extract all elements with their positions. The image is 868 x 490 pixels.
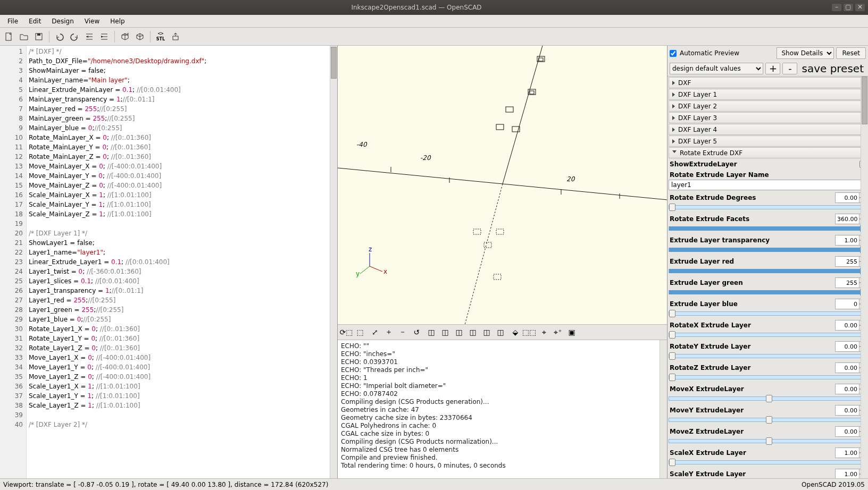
indent-icon[interactable] — [97, 30, 111, 44]
undo-icon[interactable] — [53, 30, 66, 44]
view-right-icon[interactable]: ◫ — [425, 326, 438, 339]
menu-design[interactable]: Design — [46, 16, 79, 26]
red-slider[interactable] — [669, 269, 867, 273]
extrude-green-input[interactable] — [835, 277, 859, 288]
status-left: Viewport: translate = [ -0.87 -0.05 0.19… — [3, 481, 328, 488]
render-small-icon[interactable]: ⬚ — [354, 326, 366, 339]
movex-slider[interactable] — [669, 396, 867, 401]
movey-slider[interactable] — [669, 418, 867, 422]
3d-viewport[interactable]: -40 -20 20 z y x — [338, 46, 667, 324]
code-editor[interactable]: 1234567891011121314151617181920212223242… — [0, 46, 338, 478]
rotatez-slider[interactable] — [669, 375, 867, 379]
customizer-scrollbar[interactable] — [861, 77, 868, 478]
rotatez-input[interactable] — [835, 362, 859, 373]
export-stl-icon[interactable]: STL — [154, 30, 168, 44]
movez-slider[interactable] — [669, 439, 867, 443]
save-preset-label[interactable]: save preset — [799, 62, 866, 75]
extrude-transparency-label: Extrude Layer transparency — [669, 236, 835, 244]
scalex-input[interactable] — [835, 447, 859, 458]
menu-view[interactable]: View — [79, 16, 105, 26]
line-gutter: 1234567891011121314151617181920212223242… — [0, 46, 27, 478]
svg-rect-9 — [539, 58, 543, 61]
svg-text:-40: -40 — [356, 141, 368, 148]
console[interactable]: ECHO: ""ECHO: "inches="ECHO: 0.0393701EC… — [338, 340, 667, 478]
rotate-extrude-facets-input[interactable] — [835, 214, 859, 224]
group-dxf-layer-2[interactable]: DXF Layer 2 — [669, 100, 867, 112]
rotate-extrude-layer-name-input[interactable] — [669, 180, 867, 190]
rotatey-slider[interactable] — [669, 354, 867, 358]
scaley-input[interactable] — [835, 469, 859, 478]
degrees-slider[interactable] — [669, 205, 867, 209]
svg-rect-22 — [494, 274, 501, 280]
view-left-icon[interactable]: ◫ — [466, 326, 479, 339]
reset-view-icon[interactable]: ↺ — [410, 326, 423, 339]
editor-scrollbar[interactable] — [330, 46, 337, 478]
group-dxf-layer-3[interactable]: DXF Layer 3 — [669, 112, 867, 123]
zoom-in-icon[interactable]: ＋ — [382, 326, 395, 339]
view-back-icon[interactable]: ◫ — [494, 326, 507, 339]
extrude-blue-input[interactable] — [835, 299, 859, 309]
status-bar: Viewport: translate = [ -0.87 -0.05 0.19… — [0, 478, 868, 490]
rotatey-input[interactable] — [835, 341, 859, 352]
movey-input[interactable] — [835, 405, 859, 416]
movez-input[interactable] — [835, 426, 859, 437]
group-dxf[interactable]: DXF — [669, 77, 867, 88]
preview-small-icon[interactable]: ⟳⬚ — [340, 326, 353, 339]
new-icon[interactable] — [2, 30, 16, 44]
svg-text:x: x — [383, 268, 387, 275]
movez-label: MoveZ ExtrudeLayer — [669, 428, 835, 435]
auto-preview-label: Automatic Preview — [680, 49, 739, 57]
preset-combo[interactable]: design default values — [670, 63, 763, 74]
group-dxf-layer-5[interactable]: DXF Layer 5 — [669, 136, 867, 147]
svg-text:-20: -20 — [420, 154, 431, 162]
orthographic-icon[interactable]: ⬚⬚ — [523, 326, 536, 339]
open-icon[interactable] — [17, 30, 31, 44]
movex-input[interactable] — [835, 384, 859, 394]
movey-label: MoveY ExtrudeLayer — [669, 407, 835, 414]
code-area[interactable]: /* [DXF] */Path_to_DXF_File="/home/none3… — [27, 46, 330, 478]
zoom-fit-icon[interactable]: ⤢ — [369, 326, 381, 339]
rotate-extrude-degrees-input[interactable] — [835, 192, 859, 203]
maximize-button[interactable]: ▢ — [844, 4, 853, 11]
group-dxf-layer-4[interactable]: DXF Layer 4 — [669, 124, 867, 135]
view-bottom-icon[interactable]: ◫ — [453, 326, 465, 339]
blue-slider[interactable] — [669, 311, 867, 316]
axes-icon[interactable]: ⌖ — [538, 326, 550, 339]
rotatex-input[interactable] — [835, 320, 859, 331]
transparency-slider[interactable] — [669, 248, 867, 252]
preview-icon[interactable] — [118, 30, 132, 44]
customizer-tree: DXF DXF Layer 1 DXF Layer 2 DXF Layer 3 … — [667, 77, 868, 478]
facets-slider[interactable] — [669, 226, 867, 231]
group-dxf-layer-1[interactable]: DXF Layer 1 — [669, 89, 867, 100]
menu-file[interactable]: File — [2, 16, 23, 26]
send-icon[interactable] — [169, 30, 182, 44]
unindent-icon[interactable] — [82, 30, 96, 44]
extrude-red-input[interactable] — [835, 256, 859, 267]
scalex-slider[interactable] — [669, 460, 867, 464]
show-edges-icon[interactable]: ▣ — [565, 326, 578, 339]
save-icon[interactable] — [32, 30, 46, 44]
show-details-combo[interactable]: Show Details — [777, 47, 834, 59]
preset-add-button[interactable]: + — [765, 63, 780, 74]
preset-remove-button[interactable]: - — [782, 63, 797, 74]
scale-marker-icon[interactable]: ⌖⁺ — [552, 326, 564, 339]
render-icon[interactable] — [133, 30, 147, 44]
svg-line-4 — [503, 184, 667, 200]
extrude-transparency-input[interactable] — [835, 235, 859, 246]
green-slider[interactable] — [669, 290, 867, 294]
view-front-icon[interactable]: ◫ — [480, 326, 493, 339]
rotatex-slider[interactable] — [669, 333, 867, 337]
group-rotate-extrude-dxf[interactable]: Rotate Extrude DXF — [669, 147, 867, 158]
redo-icon[interactable] — [68, 30, 81, 44]
perspective-icon[interactable]: ⬙ — [509, 326, 522, 339]
zoom-out-icon[interactable]: － — [396, 326, 409, 339]
menu-help[interactable]: Help — [105, 16, 130, 26]
minimize-button[interactable]: – — [832, 4, 841, 11]
menu-edit[interactable]: Edit — [23, 16, 46, 26]
close-button[interactable]: ✕ — [855, 4, 865, 11]
reset-button[interactable]: Reset — [836, 47, 866, 59]
rotatex-label: RotateX Extrude Layer — [669, 322, 835, 329]
view-top-icon[interactable]: ◫ — [439, 326, 452, 339]
console-scrollbar[interactable] — [660, 340, 667, 478]
auto-preview-checkbox[interactable] — [670, 50, 677, 57]
